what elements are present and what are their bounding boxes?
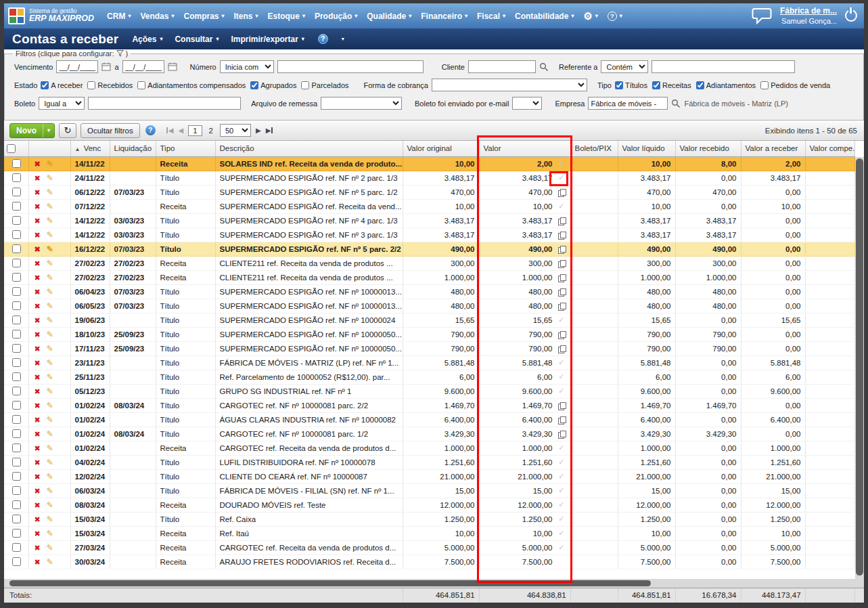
cliente-input[interactable] <box>468 60 536 73</box>
delete-icon[interactable]: ✖ <box>35 373 41 381</box>
table-row[interactable]: ✖✎16/12/2207/03/23TítuloSUPERMERCADO ESP… <box>4 242 854 256</box>
row-checkbox[interactable] <box>12 230 21 239</box>
edit-icon[interactable]: ✎ <box>47 216 53 225</box>
edit-icon[interactable]: ✎ <box>47 202 53 211</box>
page-2-link[interactable]: 2 <box>207 126 215 135</box>
edit-icon[interactable]: ✎ <box>47 500 53 510</box>
table-row[interactable]: ✖✎04/02/24TítuloLUFIL DISTRIBUIDORA ref.… <box>4 455 854 469</box>
delete-icon[interactable]: ✖ <box>35 501 41 509</box>
search-icon[interactable] <box>539 62 549 72</box>
calendar-icon[interactable] <box>168 62 177 71</box>
select-all-checkbox[interactable] <box>7 144 16 153</box>
nav-menu-estoque[interactable]: Estoque▾ <box>263 12 310 21</box>
titlebar-menu-consultar[interactable]: Consultar▾ <box>175 35 219 44</box>
numero-operator-select[interactable]: Inicia com <box>220 60 274 73</box>
table-row[interactable]: ✖✎30/03/24ReceitaARAUJO FRETES RODOVIARI… <box>4 555 854 569</box>
row-checkbox[interactable] <box>12 429 21 438</box>
delete-icon[interactable]: ✖ <box>35 188 41 196</box>
delete-icon[interactable]: ✖ <box>35 416 41 424</box>
edit-icon[interactable]: ✎ <box>47 415 53 425</box>
row-checkbox[interactable] <box>12 387 21 395</box>
delete-icon[interactable]: ✖ <box>35 473 41 481</box>
tipo-option-pedidos-de-venda[interactable]: Pedidos de venda <box>760 81 830 89</box>
row-checkbox[interactable] <box>12 543 21 552</box>
table-row[interactable]: ✖✎23/11/23TítuloFÁBRICA DE MÓVEIS - MATR… <box>4 355 854 370</box>
estado-option-parcelados[interactable]: Parcelados <box>301 81 348 89</box>
table-row[interactable]: ✖✎15/03/24ReceitaRef. Itaú10,0010,00✓10,… <box>4 526 854 540</box>
forma-cobranca-select[interactable] <box>432 79 587 91</box>
row-checkbox[interactable] <box>12 358 21 367</box>
table-row[interactable]: ✖✎05/12/23TítuloGRUPO SG INDUSTRIAL ref.… <box>4 384 854 398</box>
copy-icon[interactable] <box>558 217 566 225</box>
delete-icon[interactable]: ✖ <box>35 330 41 339</box>
next-page-icon[interactable]: ▶ <box>256 127 261 134</box>
nav-menu-vendas[interactable]: Vendas▾ <box>135 12 179 21</box>
table-row[interactable]: ✖✎27/02/2327/02/23ReceitaCLIENTE211 ref.… <box>4 270 854 284</box>
delete-icon[interactable]: ✖ <box>35 217 41 225</box>
edit-icon[interactable]: ✎ <box>47 173 53 183</box>
page-size-select[interactable]: 50 <box>220 124 251 137</box>
delete-icon[interactable]: ✖ <box>35 444 41 452</box>
table-row[interactable]: ✖✎24/11/22TítuloSUPERMERCADO ESPIGÃO ref… <box>4 171 854 185</box>
edit-icon[interactable]: ✎ <box>47 372 53 382</box>
table-row[interactable]: ✖✎01/02/2408/03/24TítuloCARGOTEC ref. NF… <box>4 398 854 412</box>
copy-icon[interactable] <box>558 274 566 282</box>
edit-icon[interactable]: ✎ <box>47 443 53 453</box>
copy-icon[interactable] <box>558 232 566 240</box>
table-row[interactable]: ✖✎06/04/2307/03/23TítuloSUPERMERCADO ESP… <box>4 284 854 299</box>
chat-bubble-icon[interactable] <box>752 7 772 24</box>
row-checkbox[interactable] <box>12 401 21 410</box>
nav-menu-fiscal[interactable]: Fiscal▾ <box>472 12 510 21</box>
copy-icon[interactable] <box>558 288 566 297</box>
tipo-option-receitas[interactable]: Receitas <box>652 81 691 89</box>
row-checkbox[interactable] <box>12 287 21 296</box>
titlebar-menu-imprimir-exportar[interactable]: Imprimir/exportar▾ <box>231 35 304 44</box>
table-row[interactable]: ✖✎17/11/2325/09/23TítuloSUPERMERCADO ESP… <box>4 341 854 355</box>
table-row[interactable]: ✖✎08/03/24ReceitaDOURADO MÓVEIS ref. Tes… <box>4 498 854 512</box>
edit-icon[interactable]: ✎ <box>47 358 53 368</box>
tipo-option-adiantamentos[interactable]: Adiantamentos <box>696 81 756 89</box>
row-checkbox[interactable] <box>12 458 21 466</box>
delete-icon[interactable]: ✖ <box>35 274 41 282</box>
column-header-valor-recebido[interactable]: Valor recebido <box>675 141 741 156</box>
table-row[interactable]: ✖✎14/11/22ReceitaSOLARES IND ref. Receit… <box>4 156 854 171</box>
delete-icon[interactable]: ✖ <box>35 259 41 267</box>
row-checkbox[interactable] <box>12 443 21 452</box>
edit-icon[interactable]: ✎ <box>47 244 53 254</box>
nav-menu-producao[interactable]: Produção▾ <box>310 12 362 21</box>
column-header-liquidacao[interactable]: Liquidação <box>110 141 156 156</box>
delete-icon[interactable]: ✖ <box>35 316 41 324</box>
vencimento-to-input[interactable] <box>122 60 164 73</box>
edit-icon[interactable]: ✎ <box>47 188 53 197</box>
numero-input[interactable] <box>277 60 424 73</box>
edit-icon[interactable]: ✎ <box>47 287 53 297</box>
horizontal-scrollbar[interactable] <box>4 579 864 588</box>
edit-icon[interactable]: ✎ <box>47 401 53 410</box>
boleto-operator-select[interactable]: Igual a <box>39 97 85 110</box>
table-row[interactable]: ✖✎06/05/2307/03/23TítuloSUPERMERCADO ESP… <box>4 299 854 313</box>
table-row[interactable]: ✖✎27/03/24ReceitaCARGOTEC ref. Receita d… <box>4 540 854 555</box>
table-row[interactable]: ✖✎14/12/2203/03/23TítuloSUPERMERCADO ESP… <box>4 227 854 242</box>
table-row[interactable]: ✖✎18/10/2325/09/23TítuloSUPERMERCADO ESP… <box>4 327 854 341</box>
row-checkbox[interactable] <box>12 244 21 253</box>
copy-icon[interactable] <box>558 246 566 254</box>
delete-icon[interactable]: ✖ <box>35 245 41 253</box>
copy-icon[interactable] <box>558 331 566 339</box>
vertical-scrollbar-thumb[interactable] <box>856 158 863 576</box>
row-checkbox[interactable] <box>12 372 21 381</box>
column-header-valor-original[interactable]: Valor original <box>403 141 479 156</box>
table-row[interactable]: ✖✎01/02/24ReceitaCARGOTEC ref. Receita d… <box>4 441 854 455</box>
delete-icon[interactable]: ✖ <box>35 544 41 552</box>
delete-icon[interactable]: ✖ <box>35 174 41 182</box>
edit-icon[interactable]: ✎ <box>47 273 53 282</box>
delete-icon[interactable]: ✖ <box>35 387 41 395</box>
first-page-icon[interactable]: ◀ <box>166 127 174 134</box>
estado-option-a-receber[interactable]: A receber <box>41 81 83 89</box>
delete-icon[interactable]: ✖ <box>35 302 41 310</box>
power-icon[interactable] <box>845 9 857 22</box>
edit-icon[interactable]: ✎ <box>47 230 53 240</box>
arquivo-remessa-select[interactable] <box>321 97 402 110</box>
help-icon[interactable]: ? <box>145 125 156 135</box>
column-header-valor[interactable]: Valor <box>479 141 570 156</box>
edit-icon[interactable]: ✎ <box>47 316 53 325</box>
